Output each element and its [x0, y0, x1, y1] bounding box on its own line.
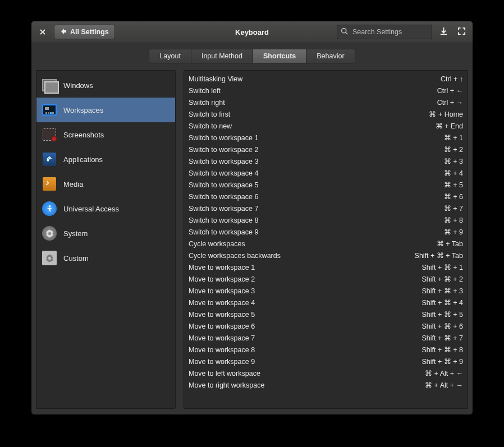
shortcut-action: Switch to workspace 6 [189, 193, 258, 201]
shortcut-action: Switch to workspace 4 [189, 169, 258, 177]
shortcut-row[interactable]: Switch to workspace 7⌘ + 7 [184, 202, 468, 214]
shortcut-row[interactable]: Multitasking ViewCtrl + ↑ [184, 73, 468, 85]
tab-shortcuts[interactable]: Shortcuts [253, 49, 306, 63]
shortcut-keys: Shift + ⌘ + 1 [422, 263, 463, 271]
screenshots-icon [43, 128, 56, 141]
sidebar-item-label: Windows [63, 81, 93, 90]
sidebar-item-label: Applications [63, 155, 103, 164]
shortcut-row[interactable]: Move to workspace 9Shift + ⌘ + 9 [184, 356, 468, 367]
shortcut-action: Cycle workspaces [189, 240, 245, 248]
shortcut-row[interactable]: Cycle workspaces backwardsShift + ⌘ + Ta… [184, 250, 468, 261]
tab-label: Shortcuts [263, 52, 296, 60]
sidebar-item-label: System [63, 229, 88, 238]
shortcut-row[interactable]: Move to workspace 4Shift + ⌘ + 4 [184, 297, 468, 308]
shortcut-keys: Ctrl + ↑ [441, 75, 463, 83]
maximize-button[interactable] [455, 25, 468, 39]
shortcut-action: Move to workspace 4 [189, 299, 255, 307]
shortcut-row[interactable]: Switch to workspace 4⌘ + 4 [184, 167, 468, 179]
shortcut-row[interactable]: Move to workspace 6Shift + ⌘ + 6 [184, 320, 468, 332]
shortcut-row[interactable]: Switch to workspace 8⌘ + 8 [184, 214, 468, 226]
shortcut-row[interactable]: Switch to workspace 2⌘ + 2 [184, 144, 468, 155]
download-icon [439, 27, 448, 37]
shortcut-row[interactable]: Move to right workspace⌘ + Alt + → [184, 379, 468, 391]
shortcut-action: Move to workspace 5 [189, 311, 255, 319]
shortcut-row[interactable]: Switch to workspace 1⌘ + 1 [184, 132, 468, 144]
shortcut-row[interactable]: Move to workspace 5Shift + ⌘ + 5 [184, 308, 468, 320]
titlebar: All Settings Keyboard [31, 21, 473, 43]
shortcut-keys: ⌘ + 2 [444, 145, 463, 154]
shortcut-action: Move to workspace 3 [189, 287, 255, 295]
applications-icon [43, 153, 56, 166]
sidebar-item-applications[interactable]: Applications [36, 147, 175, 172]
shortcut-row[interactable]: Switch to workspace 6⌘ + 6 [184, 191, 468, 202]
maximize-icon [457, 27, 466, 37]
shortcut-row[interactable]: Switch to workspace 9⌘ + 9 [184, 226, 468, 238]
shortcut-action: Move to workspace 9 [189, 358, 255, 366]
shortcut-keys: Shift + ⌘ + 2 [422, 275, 463, 283]
sidebar-item-custom[interactable]: Custom [36, 246, 175, 270]
shortcut-keys: Shift + ⌘ + 6 [422, 322, 463, 330]
shortcut-action: Switch to workspace 1 [189, 134, 258, 142]
shortcut-row[interactable]: Move to left workspace⌘ + Alt + ← [184, 367, 468, 379]
sidebar-item-label: Screenshots [63, 131, 104, 139]
sidebar-item-label: Media [63, 180, 83, 188]
shortcut-row[interactable]: Switch to first⌘ + Home [184, 108, 468, 120]
shortcut-action: Switch to workspace 7 [189, 205, 258, 213]
universal-access-icon [42, 201, 57, 216]
shortcut-keys: ⌘ + 3 [444, 157, 463, 165]
shortcut-row[interactable]: Move to workspace 8Shift + ⌘ + 8 [184, 344, 468, 356]
sidebar-item-system[interactable]: System [36, 221, 175, 246]
shortcut-action: Move to workspace 8 [189, 346, 255, 354]
shortcut-row[interactable]: Switch to workspace 3⌘ + 3 [184, 155, 468, 167]
tab-layout[interactable]: Layout [149, 49, 191, 63]
page-title: Keyboard [235, 28, 269, 36]
shortcut-action: Multitasking View [189, 75, 242, 83]
sidebar-item-label: Workspaces [63, 106, 103, 114]
back-all-settings-button[interactable]: All Settings [54, 25, 115, 39]
sidebar-item-screenshots[interactable]: Screenshots [36, 122, 175, 147]
shortcut-row[interactable]: Cycle workspaces⌘ + Tab [184, 238, 468, 250]
gear-icon [42, 251, 57, 265]
close-button[interactable] [36, 25, 49, 39]
tab-behavior[interactable]: Behavior [306, 49, 354, 63]
sidebar-item-workspaces[interactable]: Workspaces [36, 98, 175, 122]
search-icon [341, 27, 348, 36]
shortcut-keys: Ctrl + ← [437, 87, 463, 95]
shortcut-row[interactable]: Move to workspace 1Shift + ⌘ + 1 [184, 261, 468, 273]
shortcut-row[interactable]: Move to workspace 3Shift + ⌘ + 3 [184, 285, 468, 297]
shortcut-row[interactable]: Switch to new⌘ + End [184, 120, 468, 132]
shortcut-keys: ⌘ + 8 [444, 216, 463, 224]
shortcut-keys: ⌘ + 7 [444, 204, 463, 213]
close-icon [40, 28, 45, 36]
sidebar-item-universal-access[interactable]: Universal Access [36, 196, 175, 221]
shortcut-row[interactable]: Move to workspace 7Shift + ⌘ + 7 [184, 332, 468, 344]
shortcut-keys: ⌘ + Alt + ← [425, 369, 463, 377]
svg-point-0 [342, 29, 346, 33]
tab-label: Behavior [317, 52, 344, 60]
sidebar-item-label: Universal Access [63, 205, 119, 213]
shortcut-row[interactable]: Move to workspace 2Shift + ⌘ + 2 [184, 273, 468, 285]
settings-window: All Settings Keyboard Lay [31, 21, 473, 415]
back-arrow-icon [60, 28, 67, 36]
sidebar-item-label: Custom [63, 254, 89, 262]
media-icon [43, 177, 56, 191]
shortcut-keys: Shift + ⌘ + 5 [422, 310, 463, 319]
shortcut-row[interactable]: Switch rightCtrl + → [184, 96, 468, 108]
tab-input-method[interactable]: Input Method [191, 49, 253, 63]
tabs: LayoutInput MethodShortcutsBehavior [149, 49, 355, 63]
shortcut-keys: ⌘ + 1 [444, 133, 463, 142]
shortcut-keys: Shift + ⌘ + 3 [422, 287, 463, 295]
shortcut-action: Switch right [189, 99, 225, 107]
shortcut-action: Move to right workspace [189, 381, 264, 389]
search-field[interactable] [337, 25, 432, 39]
shortcut-action: Switch to workspace 8 [189, 216, 258, 224]
sidebar-item-windows[interactable]: Windows [36, 73, 175, 98]
sidebar-item-media[interactable]: Media [36, 172, 175, 196]
download-button[interactable] [437, 25, 450, 39]
shortcut-action: Switch to workspace 9 [189, 228, 258, 236]
shortcut-action: Switch to workspace 3 [189, 158, 258, 165]
search-input[interactable] [351, 27, 442, 36]
shortcut-row[interactable]: Switch to workspace 5⌘ + 5 [184, 179, 468, 191]
shortcut-row[interactable]: Switch leftCtrl + ← [184, 85, 468, 96]
shortcut-keys: Shift + ⌘ + Tab [415, 251, 463, 260]
